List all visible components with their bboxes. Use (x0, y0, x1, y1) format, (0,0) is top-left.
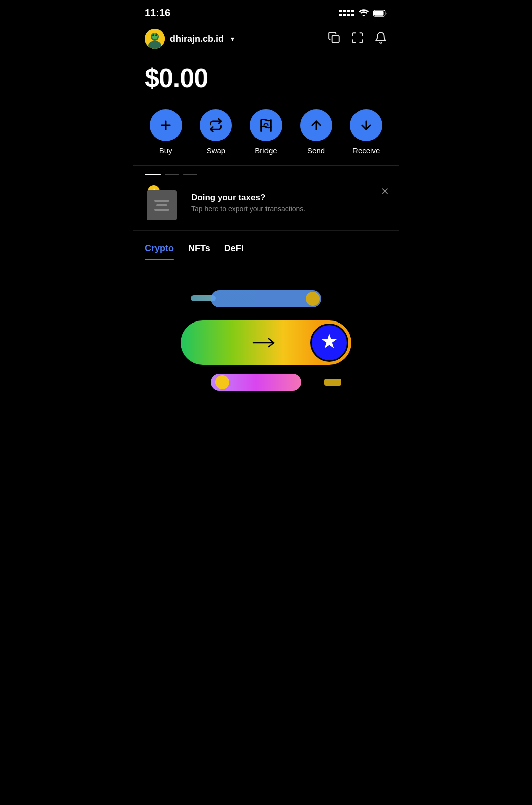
doc-line-3 (154, 209, 170, 211)
bottom-right-deco (324, 379, 341, 386)
swap-icon-circle (200, 109, 232, 141)
tab-defi[interactable]: DeFi (224, 243, 244, 260)
svg-rect-8 (332, 36, 339, 43)
tax-doc-icon (147, 190, 177, 220)
bridge-label: Bridge (255, 146, 277, 155)
toggle-arrow-icon (251, 335, 281, 350)
status-time: 11:16 (145, 7, 170, 19)
tab-nfts[interactable]: NFTs (188, 243, 210, 260)
toggle-middle-knob (310, 324, 348, 362)
send-label: Send (307, 146, 325, 155)
header: dhirajn.cb.id ▾ (133, 23, 399, 53)
toggle-middle[interactable] (181, 320, 351, 365)
tax-title: Doing your taxes? (191, 193, 389, 203)
bridge-button[interactable]: Bridge (250, 109, 282, 155)
buy-label: Buy (159, 146, 172, 155)
receive-button[interactable]: Receive (350, 109, 382, 155)
tax-close-button[interactable]: ✕ (381, 185, 389, 197)
avatar-svg (145, 29, 165, 49)
toggle-bottom (211, 374, 301, 391)
doc-line-1 (154, 200, 170, 202)
actions-section: Buy Swap Bridge (133, 101, 399, 165)
doc-line-2 (156, 204, 167, 206)
crypto-content (133, 260, 399, 421)
avatar-graphic (145, 29, 165, 49)
toggle-top (211, 290, 321, 307)
tax-banner[interactable]: ⭐ Doing your taxes? Tap here to export y… (133, 175, 399, 231)
balance-amount: $0.00 (145, 63, 387, 93)
avatar (145, 29, 165, 49)
swap-button[interactable]: Swap (200, 109, 232, 155)
username-label: dhirajn.cb.id (170, 34, 224, 44)
tabs-section: Crypto NFTs DeFi (133, 231, 399, 260)
receive-icon-circle (350, 109, 382, 141)
status-bar: 11:16 (133, 0, 399, 23)
toggle-star-icon (320, 332, 338, 354)
toggle-illustration (181, 290, 351, 391)
svg-rect-1 (374, 11, 384, 15)
tab-crypto[interactable]: Crypto (145, 243, 174, 260)
copy-icon[interactable] (328, 31, 341, 46)
svg-point-5 (152, 33, 158, 39)
buy-button[interactable]: Buy (150, 109, 182, 155)
chevron-down-icon: ▾ (231, 35, 234, 43)
tax-subtitle: Tap here to export your transactions. (191, 205, 389, 213)
swap-label: Swap (207, 146, 226, 155)
receive-label: Receive (352, 146, 380, 155)
tax-icon: ⭐ (143, 185, 183, 220)
header-actions (328, 31, 387, 46)
send-button[interactable]: Send (300, 109, 332, 155)
balance-section: $0.00 (133, 53, 399, 101)
signal-icon (339, 10, 354, 16)
wifi-icon (358, 9, 369, 17)
bell-icon[interactable] (374, 31, 387, 46)
toggle-top-knob (306, 292, 320, 306)
send-icon-circle (300, 109, 332, 141)
svg-point-7 (155, 34, 157, 36)
toggle-bottom-knob (215, 375, 229, 389)
carousel-dots (133, 166, 399, 175)
battery-icon (373, 10, 387, 17)
buy-icon-circle (150, 109, 182, 141)
status-icons (339, 9, 387, 17)
user-info[interactable]: dhirajn.cb.id ▾ (145, 29, 234, 49)
tabs-row: Crypto NFTs DeFi (145, 243, 387, 260)
bridge-icon-circle (250, 109, 282, 141)
svg-point-6 (152, 34, 154, 36)
expand-icon[interactable] (351, 31, 364, 46)
tax-text-area: Doing your taxes? Tap here to export you… (191, 193, 389, 213)
